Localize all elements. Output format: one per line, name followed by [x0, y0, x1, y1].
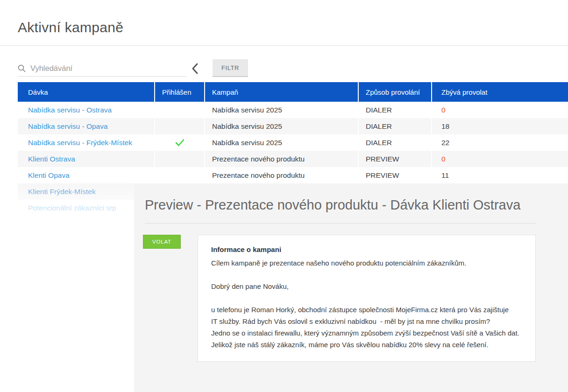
cell-prihlasen [154, 151, 204, 167]
search-input[interactable] [30, 64, 187, 73]
cell-zpusob: PREVIEW [358, 151, 431, 167]
campaign-info-line [211, 269, 522, 280]
cell-zbyva: 11 [431, 167, 568, 183]
campaign-info-line: Jedno se o instalaci firewallu, který vý… [211, 327, 522, 339]
cell-zbyva: 0 [431, 151, 568, 167]
cell-kampan: Nabídka servisu 2025 [204, 134, 358, 151]
campaign-info-line: Dobrý den pane Nováku, [211, 280, 522, 292]
davka-link[interactable]: Nabídka servisu - Ostrava [28, 106, 112, 114]
cell-zbyva: 18 [431, 118, 568, 134]
table-row: Klenti OpavaPrezentace nového produktuPR… [18, 167, 568, 183]
cell-kampan: Nabídka servisu 2025 [204, 118, 358, 134]
cell-davka: Klienti Ostrava [18, 151, 154, 167]
column-header-zpusob[interactable]: Způsob provolání [358, 82, 431, 102]
cell-zbyva: 22 [431, 134, 568, 151]
table-row: Nabídka servisu - OpavaNabídka servisu 2… [18, 118, 568, 134]
cell-zpusob: DIALER [358, 134, 431, 151]
davka-link[interactable]: Klenti Opava [28, 171, 70, 180]
search-field[interactable] [18, 61, 187, 77]
cell-kampan: Nabídka servisu 2025 [204, 102, 358, 118]
davka-link[interactable]: Nabídka servisu - Frýdek-Místek [28, 139, 132, 147]
table-header-row: Dávka Přihlášen Kampaň Způsob provolání … [18, 82, 568, 102]
campaign-info-line [211, 292, 522, 304]
modal-title: Preview - Prezentace nového produktu - D… [145, 197, 536, 213]
cell-prihlasen [154, 102, 204, 118]
cell-kampan: Prezentace nového produktu [204, 151, 358, 167]
cell-kampan: Prezentace nového produktu [204, 167, 358, 183]
cell-davka: Klenti Opava [18, 167, 154, 183]
modal-title-divider [145, 223, 536, 224]
cell-davka: Nabídka servisu - Opava [18, 118, 154, 134]
table-row: Nabídka servisu - Frýdek-MístekNabídka s… [18, 134, 568, 151]
collapse-filter-button[interactable] [188, 61, 201, 76]
davka-link[interactable]: Potencionální zákazníci srp [28, 204, 116, 212]
header-divider [0, 45, 568, 46]
campaign-info-line: IT služby. Rád bych Vás oslovil s exkluz… [211, 315, 522, 327]
cell-prihlasen [154, 167, 204, 183]
table-row: Klienti OstravaPrezentace nového produkt… [18, 151, 568, 167]
davka-link[interactable]: Klienti Frýdek-Místek [28, 188, 96, 196]
davka-link[interactable]: Klienti Ostrava [28, 155, 75, 163]
column-header-zbyva[interactable]: Zbývá provolat [431, 82, 568, 102]
cell-zpusob: DIALER [358, 118, 431, 134]
campaign-info-body: Cílem kampaně je prezentace našeho novéh… [211, 257, 522, 350]
preview-modal: Preview - Prezentace nového produktu - D… [134, 183, 568, 392]
campaign-info-line: u telefonu je Roman Horký, obchodní zást… [211, 304, 522, 315]
check-icon [175, 139, 185, 147]
davka-link[interactable]: Nabídka servisu - Opava [28, 122, 108, 131]
cell-zpusob: DIALER [358, 102, 431, 118]
page-title: Aktivní kampaně [18, 20, 123, 35]
table-row: Nabídka servisu - OstravaNabídka servisu… [18, 102, 568, 118]
filter-button[interactable]: FILTR [213, 59, 248, 77]
campaign-info-heading: Informace o kampani [211, 245, 522, 255]
cell-zpusob: PREVIEW [358, 167, 431, 183]
cell-prihlasen [154, 134, 204, 151]
cell-zbyva: 0 [431, 102, 568, 118]
column-header-kampan[interactable]: Kampaň [204, 82, 358, 102]
column-header-davka[interactable]: Dávka [18, 82, 154, 102]
call-button[interactable]: VOLAT [143, 235, 181, 249]
column-header-prihlasen[interactable]: Přihlášen [154, 82, 204, 102]
campaign-info-line: Cílem kampaně je prezentace našeho novéh… [211, 257, 522, 269]
campaign-info-box: Informace o kampani Cílem kampaně je pre… [198, 235, 536, 362]
cell-davka: Nabídka servisu - Ostrava [18, 102, 154, 118]
cell-prihlasen [154, 118, 204, 134]
cell-davka: Nabídka servisu - Frýdek-Místek [18, 134, 154, 151]
search-icon [18, 64, 26, 72]
campaign-info-line: Jelikož jste náš stálý zákazník, máme pr… [211, 339, 522, 350]
chevron-left-icon [191, 63, 199, 75]
